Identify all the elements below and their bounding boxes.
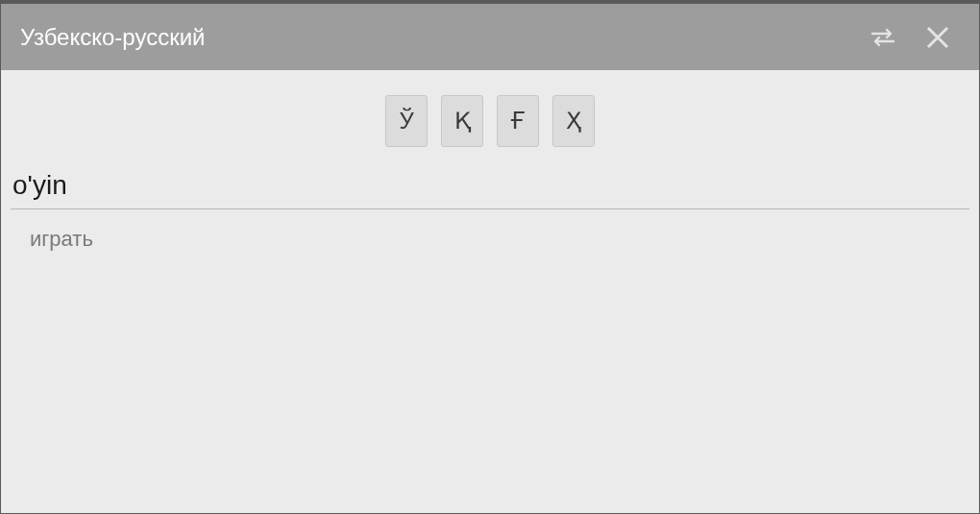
app-title: Узбекско-русский [20,24,870,51]
char-key-q[interactable]: Қ [441,95,483,147]
swap-direction-icon[interactable] [870,27,896,48]
special-char-row: Ў Қ Ғ Ҳ [1,70,979,164]
titlebar: Узбекско-русский [1,1,979,70]
search-input[interactable] [11,164,969,209]
char-key-u[interactable]: Ў [385,95,428,147]
titlebar-actions [870,25,960,50]
search-row [1,164,979,209]
char-key-h[interactable]: Ҳ [552,95,595,147]
translation-result[interactable]: играть [1,209,979,269]
close-icon[interactable] [925,25,950,50]
char-key-g[interactable]: Ғ [497,95,539,147]
